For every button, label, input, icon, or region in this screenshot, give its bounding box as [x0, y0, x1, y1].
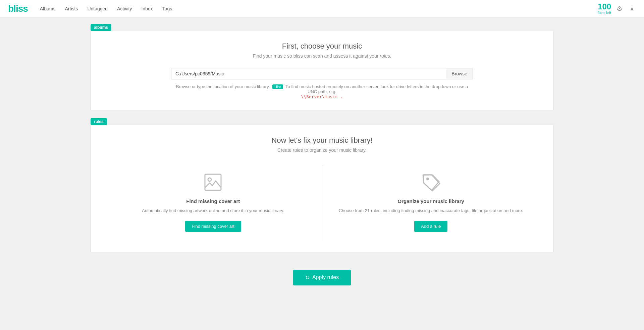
nav-artists[interactable]: Artists: [65, 6, 78, 11]
rules-col-organize: Organize your music library Choose from …: [322, 165, 540, 241]
browse-button[interactable]: Browse: [446, 68, 473, 79]
path-input-row: Browse: [171, 68, 473, 79]
rules-section: rules Now let's fix your music library! …: [91, 118, 553, 252]
nav-untagged[interactable]: Untagged: [87, 6, 108, 11]
cover-art-icon: [202, 172, 224, 193]
hint-badge: Hint: [272, 84, 283, 89]
navbar-right: 100 fixes left ⚙ ▲: [598, 3, 636, 15]
apply-rules-section: ↻ Apply rules: [91, 260, 553, 292]
collapse-button[interactable]: ▲: [628, 4, 636, 13]
fixes-left-container: 100 fixes left: [598, 3, 611, 15]
nav-inbox[interactable]: Inbox: [141, 6, 153, 11]
navbar: bliss Albums Artists Untagged Activity I…: [0, 0, 644, 17]
choose-music-subtitle: Find your music so bliss can scan and as…: [104, 53, 540, 59]
fixes-label: fixes left: [598, 11, 611, 15]
settings-button[interactable]: ⚙: [615, 3, 624, 14]
tag-icon: [420, 172, 442, 193]
rules-badge: rules: [91, 118, 107, 125]
albums-section: albums First, choose your music Find you…: [91, 24, 553, 110]
rules-columns: Find missing cover art Automatically fin…: [104, 165, 540, 241]
svg-rect-0: [205, 174, 221, 190]
find-cover-art-button[interactable]: Find missing cover art: [185, 221, 241, 232]
albums-badge: albums: [91, 24, 111, 31]
nav-links: Albums Artists Untagged Activity Inbox T…: [40, 6, 172, 11]
rules-card: Now let's fix your music library! Create…: [91, 125, 553, 252]
rules-subtitle: Create rules to organize your music libr…: [104, 147, 540, 153]
apply-rules-button[interactable]: ↻ Apply rules: [293, 270, 351, 285]
app-logo: bliss: [8, 3, 28, 14]
choose-music-title: First, choose your music: [104, 42, 540, 51]
music-path-input[interactable]: [171, 68, 446, 79]
nav-activity[interactable]: Activity: [117, 6, 132, 11]
unc-path: \\Server\music .: [301, 94, 343, 99]
add-rule-button[interactable]: Add a rule: [414, 221, 447, 232]
cover-art-name: Find missing cover art: [186, 198, 240, 204]
nav-albums[interactable]: Albums: [40, 6, 56, 11]
refresh-icon: ↻: [305, 274, 310, 281]
rules-col-cover-art: Find missing cover art Automatically fin…: [104, 165, 322, 241]
path-hint: Browse or type the location of your musi…: [171, 84, 473, 99]
organize-name: Organize your music library: [398, 198, 464, 204]
cover-art-desc: Automatically find missing artwork onlin…: [142, 207, 284, 214]
main-content: albums First, choose your music Find you…: [77, 17, 567, 299]
organize-desc: Choose from 21 rules, including finding …: [339, 207, 523, 214]
fixes-count: 100: [598, 3, 611, 11]
apply-rules-label: Apply rules: [312, 274, 339, 280]
albums-card: First, choose your music Find your music…: [91, 31, 553, 110]
svg-point-2: [426, 178, 429, 180]
rules-title: Now let's fix your music library!: [104, 136, 540, 145]
nav-tags[interactable]: Tags: [162, 6, 172, 11]
svg-point-1: [208, 178, 211, 181]
